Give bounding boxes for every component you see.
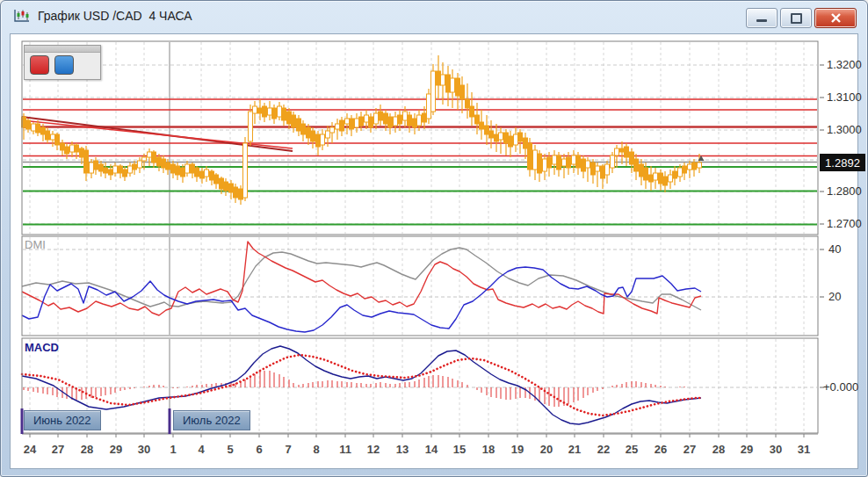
x-axis-day-label: 30 xyxy=(763,443,789,456)
blue-series-button[interactable] xyxy=(54,55,74,75)
close-icon xyxy=(830,13,842,23)
app-window: График USD /CAD 4 ЧАСА DMI MACD 1.2892 4… xyxy=(0,0,868,477)
price-axis-label: 1.3100 xyxy=(827,90,868,104)
x-axis-day-label: 21 xyxy=(561,443,588,456)
x-axis-day-label: 22 xyxy=(590,443,617,456)
macd-panel-label: MACD xyxy=(25,341,59,354)
window-title: График USD /CAD 4 ЧАСА xyxy=(38,9,192,23)
x-axis-day-label: 24 xyxy=(17,443,43,456)
price-axis-label: 1.2700 xyxy=(827,217,868,230)
minimize-button[interactable] xyxy=(746,8,778,28)
month-badge-july: Июль 2022 xyxy=(173,410,250,430)
x-axis-day-label: 6 xyxy=(246,443,272,456)
price-axis-label: 1.2800 xyxy=(827,184,868,198)
close-button[interactable] xyxy=(814,8,857,28)
x-axis-day-label: 19 xyxy=(504,443,531,456)
chart-client-area[interactable] xyxy=(10,33,858,469)
maximize-icon xyxy=(791,13,802,24)
x-axis-day-label: 27 xyxy=(676,443,703,456)
dmi-panel-label: DMI xyxy=(25,238,46,251)
x-axis-day-label: 8 xyxy=(303,443,329,456)
x-axis-day-label: 13 xyxy=(389,443,416,456)
x-axis-day-label: 11 xyxy=(332,443,358,456)
red-series-button[interactable] xyxy=(30,55,49,75)
x-axis-day-label: 4 xyxy=(188,443,214,456)
x-axis-day-label: 28 xyxy=(705,443,732,456)
x-axis-day-label: 20 xyxy=(533,443,560,456)
x-axis-day-label: 12 xyxy=(360,443,387,456)
x-axis-day-label: 7 xyxy=(275,443,301,456)
x-axis-day-label: 25 xyxy=(618,443,645,456)
x-axis-day-label: 26 xyxy=(647,443,674,456)
macd-zero-label: +0.000 xyxy=(823,380,867,394)
x-axis-day-label: 27 xyxy=(45,443,71,456)
dmi-level-40: 40 xyxy=(828,242,868,256)
x-axis-day-label: 31 xyxy=(791,443,817,456)
x-axis-day-label: 29 xyxy=(734,443,760,456)
title-bar[interactable]: График USD /CAD 4 ЧАСА xyxy=(1,1,867,31)
x-axis-day-label: 29 xyxy=(103,443,129,456)
minimize-icon xyxy=(756,19,767,22)
price-axis-label: 1.3200 xyxy=(827,58,868,71)
chart-app-icon xyxy=(13,9,31,23)
x-axis-day-label: 18 xyxy=(475,443,502,456)
series-toolbar[interactable] xyxy=(24,45,101,80)
toolbar-grip[interactable] xyxy=(25,46,100,53)
x-axis-day-label: 1 xyxy=(160,443,186,456)
x-axis-day-label: 14 xyxy=(418,443,445,456)
dmi-level-20: 20 xyxy=(828,290,868,303)
x-axis-day-label: 15 xyxy=(446,443,473,456)
current-price-badge: 1.2892 xyxy=(820,154,865,171)
x-axis-day-label: 5 xyxy=(217,443,243,456)
price-axis-label: 1.3000 xyxy=(827,123,868,136)
x-axis-day-label: 30 xyxy=(131,443,157,456)
maximize-button[interactable] xyxy=(780,8,812,28)
x-axis-day-label: 28 xyxy=(74,443,100,456)
month-badge-june: Июнь 2022 xyxy=(24,410,101,430)
